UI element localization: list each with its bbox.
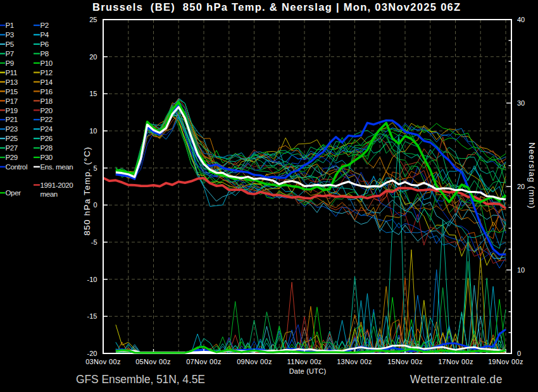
svg-text:P14: P14 [41, 78, 53, 86]
svg-text:Ens. mean: Ens. mean [41, 163, 73, 171]
svg-text:13Nov 00z: 13Nov 00z [337, 358, 372, 365]
svg-text:15: 15 [89, 90, 97, 97]
svg-text:15Nov 00z: 15Nov 00z [387, 358, 423, 365]
svg-text:P15: P15 [6, 88, 18, 95]
svg-text:20: 20 [517, 183, 525, 190]
svg-text:P27: P27 [6, 144, 18, 152]
svg-text:P13: P13 [6, 78, 18, 86]
svg-text:GFS Ensemble, 51N, 4.5E: GFS Ensemble, 51N, 4.5E [76, 373, 205, 386]
svg-text:P4: P4 [41, 31, 49, 39]
svg-text:P9: P9 [6, 59, 14, 67]
svg-text:0: 0 [517, 350, 521, 357]
svg-text:-5: -5 [91, 238, 97, 246]
svg-text:P28: P28 [41, 144, 53, 152]
svg-text:Neerslag (mm): Neerslag (mm) [527, 142, 537, 209]
svg-text:P6: P6 [41, 40, 49, 48]
svg-text:P30: P30 [41, 154, 53, 161]
svg-text:850 hPa Temp. (°C): 850 hPa Temp. (°C) [82, 147, 92, 236]
svg-text:P29: P29 [6, 154, 18, 161]
svg-text:P18: P18 [41, 97, 53, 105]
svg-text:P24: P24 [41, 125, 53, 133]
svg-text:-20: -20 [87, 350, 97, 357]
svg-text:P23: P23 [6, 125, 18, 133]
svg-text:P2: P2 [41, 21, 49, 29]
svg-text:Wetterzentrale.de: Wetterzentrale.de [410, 373, 503, 386]
svg-text:05Nov 00z: 05Nov 00z [135, 358, 171, 365]
svg-text:P17: P17 [6, 97, 18, 105]
svg-text:03Nov 00z: 03Nov 00z [85, 358, 121, 365]
svg-text:19Nov 00z: 19Nov 00z [488, 358, 523, 365]
svg-text:P20: P20 [41, 107, 53, 114]
svg-text:Control: Control [6, 163, 28, 171]
svg-text:P16: P16 [41, 88, 53, 95]
svg-text:Brussels (BE) 850 hPa Temp.: Brussels (BE) 850 hPa Temp. & Neerslag |… [92, 1, 461, 13]
svg-text:P5: P5 [6, 40, 14, 48]
svg-text:17Nov 00z: 17Nov 00z [438, 358, 473, 365]
svg-text:5: 5 [93, 164, 97, 172]
svg-text:0: 0 [93, 201, 97, 209]
svg-text:09Nov 00z: 09Nov 00z [237, 358, 272, 365]
svg-text:P25: P25 [6, 135, 18, 142]
svg-text:P21: P21 [6, 116, 18, 123]
svg-text:P8: P8 [41, 50, 49, 58]
svg-text:-10: -10 [87, 276, 97, 283]
svg-text:40: 40 [517, 16, 525, 23]
svg-text:P10: P10 [41, 59, 53, 67]
svg-text:P26: P26 [41, 135, 53, 142]
svg-text:07Nov 00z: 07Nov 00z [186, 358, 222, 365]
svg-text:P7: P7 [6, 50, 14, 58]
svg-text:P11: P11 [6, 69, 18, 77]
svg-text:1991-2020: 1991-2020 [41, 181, 73, 189]
svg-text:mean: mean [41, 190, 58, 198]
svg-text:P22: P22 [41, 116, 53, 123]
svg-text:25: 25 [89, 16, 97, 23]
svg-text:Date (UTC): Date (UTC) [289, 367, 327, 375]
svg-text:P1: P1 [6, 21, 14, 29]
svg-text:Oper: Oper [6, 189, 22, 197]
svg-text:10: 10 [89, 127, 97, 135]
svg-text:30: 30 [517, 99, 525, 107]
svg-text:P3: P3 [6, 31, 14, 39]
svg-text:11Nov 00z: 11Nov 00z [287, 358, 322, 365]
svg-text:P12: P12 [41, 69, 53, 77]
svg-text:P19: P19 [6, 107, 18, 114]
svg-text:-15: -15 [87, 312, 97, 320]
svg-text:20: 20 [89, 53, 97, 61]
svg-text:10: 10 [517, 266, 525, 274]
